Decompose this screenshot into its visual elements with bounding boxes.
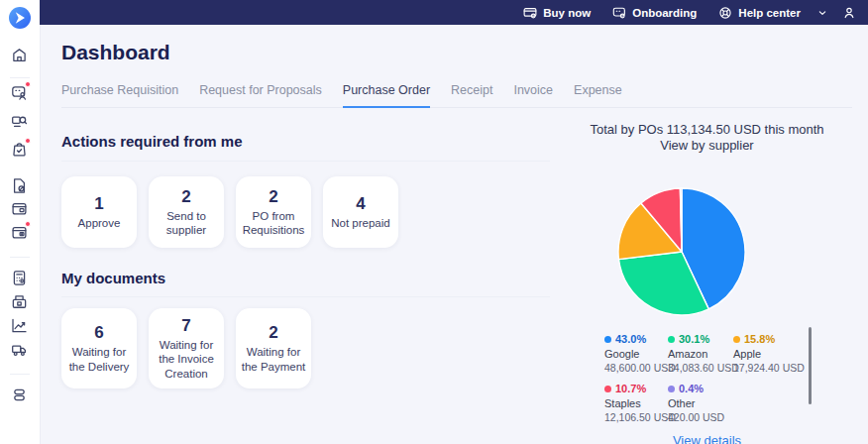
page-title: Dashboard	[61, 40, 852, 65]
wallet-icon	[11, 200, 28, 217]
sidebar-item-printer-box[interactable]	[11, 293, 29, 315]
legend-item-other[interactable]: 0.4%Other420.00 USD	[668, 383, 733, 423]
legend-item-amazon[interactable]: 30.1%Amazon34,083.60 USD	[668, 333, 733, 374]
sidebar-divider	[10, 374, 30, 375]
sidebar-item-home[interactable]	[11, 47, 29, 68]
card-label: Approve	[78, 216, 121, 230]
tab-invoice[interactable]: Invoice	[513, 83, 553, 107]
sidebar-item-truck[interactable]	[11, 341, 29, 363]
sidebar-divider	[10, 77, 30, 78]
legend-name: Google	[604, 348, 668, 360]
header-button-help-center[interactable]: Help center	[718, 6, 801, 20]
document-card-waiting-for-the-delivery[interactable]: 6Waiting for the Delivery	[61, 308, 137, 388]
sidebar-item-line-chart[interactable]	[11, 317, 29, 339]
content-columns: Actions required from me 1Approve2Send t…	[40, 108, 868, 444]
chart-subtitle: View by supplier	[568, 138, 846, 154]
header-button-label: Help center	[738, 7, 801, 19]
tab-receipt[interactable]: Receipt	[451, 83, 492, 107]
card-label: PO from Requisitions	[239, 209, 308, 238]
legend-name: Staples	[604, 397, 668, 409]
legend-value: 12,106.50 USD	[604, 411, 668, 423]
card-count: 2	[181, 187, 190, 207]
notification-badge	[25, 138, 31, 144]
document-card-waiting-for-the-invoice-creation[interactable]: 7Waiting for the Invoice Creation	[149, 308, 224, 388]
truck-search-icon	[11, 113, 28, 130]
action-card-approve[interactable]: 1Approve	[61, 176, 137, 248]
view-details-link[interactable]: View details	[568, 433, 846, 444]
legend-value: 34,083.60 USD	[668, 362, 733, 374]
stack-icon	[11, 387, 28, 403]
legend-value: 17,924.40 USD	[733, 362, 813, 374]
card-label: Not prepaid	[331, 216, 389, 230]
sidebar-item-chat-user[interactable]	[11, 84, 29, 106]
legend-name: Apple	[733, 348, 813, 360]
main-content: Dashboard Purchase RequisitionRequest fo…	[40, 25, 868, 444]
header-button-label: Onboarding	[632, 7, 697, 19]
app-logo[interactable]	[9, 7, 31, 29]
chat-gear-icon	[612, 6, 626, 20]
legend-item-apple[interactable]: 15.8%Apple17,924.40 USD	[733, 333, 813, 374]
action-card-po-from-requisitions[interactable]: 2PO from Requisitions	[236, 176, 311, 248]
sidebar-item-wallet-plus[interactable]	[11, 224, 29, 246]
legend-dot	[604, 386, 611, 392]
sidebar-item-bag-check[interactable]	[11, 141, 29, 163]
action-card-send-to-supplier[interactable]: 2Send to supplier	[149, 176, 224, 248]
top-header-bar: Buy nowOnboardingHelp center	[40, 0, 868, 25]
sidebar-item-truck-search[interactable]	[11, 113, 29, 135]
chart-title: Total by POs 113,134.50 USD this month	[568, 122, 846, 138]
sidebar-item-wallet[interactable]	[11, 200, 29, 222]
legend-item-staples[interactable]: 10.7%Staples12,106.50 USD	[604, 383, 668, 423]
printer-box-icon	[11, 293, 28, 310]
sidebar-divider	[10, 257, 30, 258]
header-button-onboarding[interactable]: Onboarding	[612, 6, 697, 20]
card-label: Waiting for the Payment	[239, 345, 308, 374]
sidebar-item-stack[interactable]	[11, 387, 29, 408]
chevron-down-icon[interactable]	[816, 7, 828, 19]
app-window: Buy nowOnboardingHelp center Dashboard P…	[0, 0, 868, 444]
legend-name: Other	[668, 397, 733, 409]
legend-dot	[668, 386, 675, 392]
legend-percent: 43.0%	[615, 333, 646, 345]
tab-purchase-requisition[interactable]: Purchase Requisition	[61, 83, 178, 107]
legend-dot	[733, 336, 740, 343]
card-count: 7	[181, 316, 190, 336]
card-count: 2	[269, 323, 277, 343]
pie-chart[interactable]	[617, 187, 746, 316]
header-button-buy-now[interactable]: Buy now	[523, 6, 591, 20]
line-chart-icon	[11, 317, 28, 334]
card-label: Waiting for the Delivery	[64, 345, 134, 374]
sidebar-item-calculator[interactable]	[11, 270, 29, 291]
home-icon	[11, 47, 28, 63]
actions-cards: 1Approve2Send to supplier2PO from Requis…	[61, 176, 550, 248]
card-count: 4	[356, 194, 365, 214]
card-label: Waiting for the Invoice Creation	[152, 338, 221, 381]
legend-dot	[668, 336, 675, 343]
scrollbar-thumb[interactable]	[809, 327, 812, 404]
card-count: 1	[94, 194, 103, 214]
sidebar-item-file-slash[interactable]	[11, 177, 29, 199]
card-count: 6	[94, 323, 103, 343]
truck-icon	[11, 341, 28, 358]
actions-section-title: Actions required from me	[61, 133, 550, 162]
documents-cards: 6Waiting for the Delivery7Waiting for th…	[61, 308, 550, 388]
lifebuoy-icon	[718, 6, 732, 20]
tab-request-for-proposals[interactable]: Request for Proposals	[199, 83, 322, 107]
legend-percent: 0.4%	[679, 383, 704, 394]
tab-purchase-order[interactable]: Purchase Order	[343, 83, 430, 108]
tab-expense[interactable]: Expense	[574, 83, 622, 107]
chart-panel: Total by POs 113,134.50 USD this month V…	[568, 108, 846, 444]
calculator-icon	[11, 270, 28, 286]
legend-item-google[interactable]: 43.0%Google48,600.00 USD	[604, 333, 668, 374]
credit-card-gear-icon	[523, 6, 537, 20]
notification-badge	[25, 81, 31, 87]
legend-value: 420.00 USD	[668, 411, 733, 423]
card-count: 2	[269, 187, 277, 207]
document-card-waiting-for-the-payment[interactable]: 2Waiting for the Payment	[236, 308, 311, 388]
action-card-not-prepaid[interactable]: 4Not prepaid	[323, 176, 398, 248]
header-button-label: Buy now	[543, 7, 591, 19]
legend-percent: 30.1%	[679, 333, 709, 345]
card-label: Send to supplier	[152, 209, 221, 238]
user-profile-icon[interactable]	[842, 6, 856, 20]
header-actions: Buy nowOnboardingHelp center	[523, 6, 801, 20]
sidebar	[0, 0, 40, 444]
